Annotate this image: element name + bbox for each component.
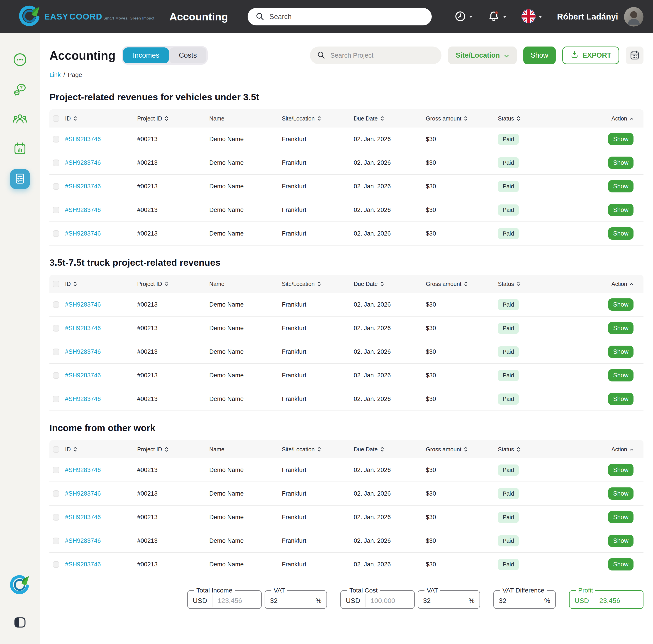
column-header-action[interactable]: Action [562, 281, 644, 287]
row-checkbox[interactable] [53, 537, 59, 544]
calendar-button[interactable] [626, 47, 644, 64]
row-id-link[interactable]: #SH9283746 [65, 395, 101, 402]
column-header-project-id[interactable]: Project ID [134, 281, 206, 287]
row-id-link[interactable]: #SH9283746 [65, 207, 101, 213]
sort-icon[interactable] [380, 115, 384, 121]
column-header-status[interactable]: Status [494, 115, 562, 122]
column-header-name[interactable]: Name [206, 115, 279, 122]
sidebar-item-more[interactable] [10, 50, 30, 70]
sort-icon[interactable] [464, 115, 468, 121]
sort-icon[interactable] [380, 446, 384, 452]
row-show-button[interactable]: Show [608, 157, 633, 169]
row-id-link[interactable]: #SH9283746 [65, 514, 101, 521]
column-header-site-location[interactable]: Site/Location [279, 115, 350, 122]
sort-icon[interactable] [464, 446, 468, 452]
sort-ascending-icon[interactable] [630, 117, 633, 120]
column-header-project-id[interactable]: Project ID [134, 446, 206, 453]
easycoord-logo[interactable]: EASY COORD Smart Moves, Green Impact [19, 5, 154, 28]
sidebar-item-accounting[interactable] [10, 169, 30, 189]
row-show-button[interactable]: Show [608, 511, 633, 523]
site-location-dropdown[interactable]: Site/Location [448, 47, 517, 64]
select-all-checkbox[interactable] [53, 281, 59, 287]
row-id-link[interactable]: #SH9283746 [65, 230, 101, 237]
sort-icon[interactable] [73, 115, 77, 121]
row-show-button[interactable]: Show [608, 298, 633, 310]
column-header-due-date[interactable]: Due Date [350, 446, 422, 453]
row-checkbox[interactable] [53, 160, 59, 166]
row-checkbox[interactable] [53, 348, 59, 355]
row-checkbox[interactable] [53, 183, 59, 190]
row-checkbox[interactable] [53, 207, 59, 213]
row-show-button[interactable]: Show [608, 227, 633, 239]
row-checkbox[interactable] [53, 325, 59, 331]
row-checkbox[interactable] [53, 372, 59, 379]
sort-ascending-icon[interactable] [630, 282, 633, 285]
row-id-link[interactable]: #SH9283746 [65, 159, 101, 166]
column-header-project-id[interactable]: Project ID [134, 115, 206, 122]
sort-ascending-icon[interactable] [630, 448, 633, 451]
row-show-button[interactable]: Show [608, 204, 633, 216]
column-header-status[interactable]: Status [494, 446, 562, 453]
global-search[interactable] [248, 8, 432, 25]
row-id-link[interactable]: #SH9283746 [65, 372, 101, 379]
row-checkbox[interactable] [53, 467, 59, 473]
column-header-id[interactable]: ID [62, 281, 134, 287]
language-menu[interactable] [522, 9, 542, 24]
row-checkbox[interactable] [53, 561, 59, 568]
select-all-checkbox[interactable] [53, 446, 59, 453]
row-checkbox[interactable] [53, 514, 59, 521]
sort-icon[interactable] [73, 446, 77, 452]
row-show-button[interactable]: Show [608, 558, 633, 571]
tab-costs[interactable]: Costs [169, 47, 206, 63]
notifications-menu[interactable] [488, 10, 507, 23]
row-show-button[interactable]: Show [608, 322, 633, 334]
column-header-name[interactable]: Name [206, 446, 279, 453]
column-header-gross-amount[interactable]: Gross amount [422, 115, 494, 122]
sidebar-item-support[interactable]: ? [10, 80, 30, 100]
column-header-id[interactable]: ID [62, 446, 134, 453]
column-header-site-location[interactable]: Site/Location [279, 446, 350, 453]
row-show-button[interactable]: Show [608, 393, 633, 405]
sidebar-item-schedule[interactable] [10, 139, 30, 159]
sort-icon[interactable] [165, 446, 168, 452]
project-search[interactable] [310, 47, 441, 64]
tab-incomes[interactable]: Incomes [123, 47, 169, 63]
column-header-gross-amount[interactable]: Gross amount [422, 446, 494, 453]
row-show-button[interactable]: Show [608, 464, 633, 476]
sort-icon[interactable] [516, 446, 521, 452]
row-show-button[interactable]: Show [608, 487, 633, 500]
sort-icon[interactable] [73, 281, 77, 287]
sort-icon[interactable] [317, 115, 321, 121]
column-header-name[interactable]: Name [206, 281, 279, 287]
row-checkbox[interactable] [53, 490, 59, 497]
sort-icon[interactable] [380, 281, 384, 287]
show-button[interactable]: Show [523, 47, 556, 64]
row-show-button[interactable]: Show [608, 180, 633, 192]
export-button[interactable]: EXPORT [562, 47, 619, 64]
sort-icon[interactable] [317, 446, 321, 452]
row-id-link[interactable]: #SH9283746 [65, 466, 101, 474]
row-show-button[interactable]: Show [608, 346, 633, 358]
sort-icon[interactable] [165, 115, 168, 121]
row-id-link[interactable]: #SH9283746 [65, 183, 101, 190]
sort-icon[interactable] [165, 281, 168, 287]
column-header-id[interactable]: ID [62, 115, 134, 122]
breadcrumb-link[interactable]: Link [49, 71, 61, 79]
sidebar-item-team[interactable] [10, 110, 30, 130]
column-header-action[interactable]: Action [562, 115, 644, 122]
row-checkbox[interactable] [53, 396, 59, 402]
project-search-input[interactable] [330, 52, 435, 59]
row-id-link[interactable]: #SH9283746 [65, 325, 101, 332]
column-header-gross-amount[interactable]: Gross amount [422, 281, 494, 287]
row-id-link[interactable]: #SH9283746 [65, 301, 101, 308]
collapse-sidebar-icon[interactable] [14, 616, 26, 630]
row-id-link[interactable]: #SH9283746 [65, 561, 101, 568]
row-id-link[interactable]: #SH9283746 [65, 490, 101, 497]
column-header-due-date[interactable]: Due Date [350, 115, 422, 122]
select-all-checkbox[interactable] [53, 115, 59, 122]
row-checkbox[interactable] [53, 301, 59, 308]
row-show-button[interactable]: Show [608, 369, 633, 382]
row-id-link[interactable]: #SH9283746 [65, 537, 101, 544]
row-id-link[interactable]: #SH9283746 [65, 348, 101, 355]
sort-icon[interactable] [516, 281, 521, 287]
